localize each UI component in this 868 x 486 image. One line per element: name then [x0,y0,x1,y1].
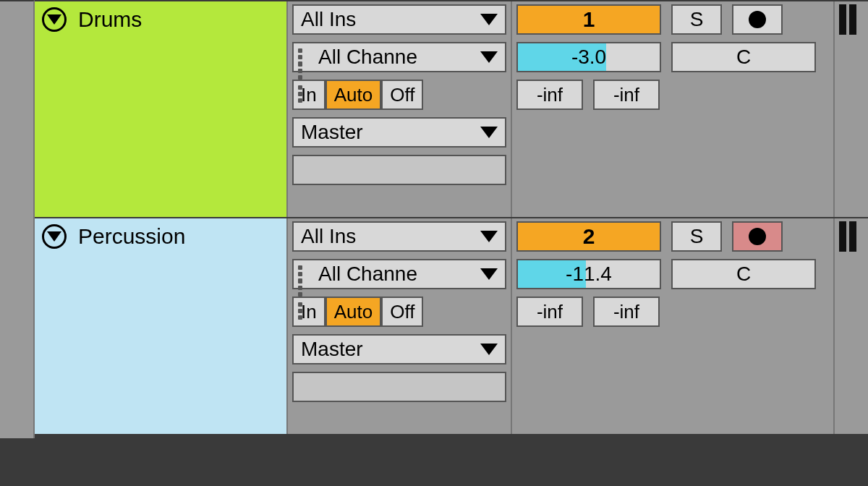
volume-field[interactable]: -11.4 [516,259,661,289]
track-activator-button[interactable]: 2 [516,221,661,252]
level-meter [833,218,868,434]
record-arm-button[interactable] [732,221,783,252]
track-name[interactable]: Percussion [78,224,185,249]
chevron-down-icon [480,51,498,63]
pan-field[interactable]: C [671,42,816,72]
output-label: Master [294,121,480,144]
tracks-container: Drums All Ins All Channe [35,0,868,434]
monitor-in-button[interactable]: In [292,80,326,110]
routing-column: All Ins All Channe In Auto Off [288,1,512,217]
fold-toggle-icon[interactable] [42,224,67,249]
meter-bar-r [849,221,856,252]
solo-button[interactable]: S [671,4,722,35]
track-header[interactable]: Drums [35,1,288,217]
chevron-down-icon [480,127,498,138]
input-type-dropdown[interactable]: All Ins [292,221,506,252]
send-b-field[interactable]: -inf [593,297,660,327]
volume-value: -11.4 [566,263,612,286]
send-a-field[interactable]: -inf [516,80,583,110]
output-label: Master [294,338,480,361]
send-a-field[interactable]: -inf [516,297,583,327]
level-meter [833,1,868,217]
fold-toggle-icon[interactable] [42,7,67,32]
mixer-column: 2 S -11.4 C -inf -inf [512,218,833,434]
track-list-panel: Drums All Ins All Channe [0,0,868,486]
grip-icon [298,265,311,283]
chevron-down-icon [480,268,498,280]
routing-column: All Ins All Channe In Auto Off [288,218,512,434]
input-channel-dropdown[interactable]: All Channe [292,259,506,289]
chevron-down-icon [480,14,498,25]
input-type-label: All Ins [294,8,480,31]
track-name[interactable]: Drums [78,7,142,32]
record-arm-button[interactable] [732,4,783,35]
mixer-column: 1 S -3.0 C -inf -inf [512,1,833,217]
bottom-gap [0,438,868,486]
send-b-field[interactable]: -inf [593,80,660,110]
monitor-auto-button[interactable]: Auto [326,80,382,110]
output-channel-field[interactable] [292,372,506,402]
monitor-auto-button[interactable]: Auto [326,297,382,327]
output-channel-field[interactable] [292,155,506,185]
grip-icon [298,48,311,66]
left-gutter [0,0,35,486]
meter-bar-l [839,221,846,252]
track-header[interactable]: Percussion [35,218,288,434]
input-type-dropdown[interactable]: All Ins [292,4,506,35]
chevron-down-icon [480,344,498,355]
solo-button[interactable]: S [671,221,722,252]
input-type-label: All Ins [294,225,480,248]
monitor-toggle-group: In Auto Off [292,297,506,327]
meter-bar-l [839,4,846,35]
input-channel-label: All Channe [311,263,480,286]
chevron-down-icon [480,231,498,242]
track-row: Percussion All Ins All Channe [35,217,868,434]
record-icon [749,228,766,245]
volume-value: -3.0 [571,46,606,69]
monitor-off-button[interactable]: Off [381,80,423,110]
monitor-in-button[interactable]: In [292,297,326,327]
meter-bar-r [849,4,856,35]
pan-field[interactable]: C [671,259,816,289]
output-dropdown[interactable]: Master [292,117,506,148]
monitor-off-button[interactable]: Off [381,297,423,327]
input-channel-label: All Channe [311,46,480,69]
track-row: Drums All Ins All Channe [35,0,868,217]
monitor-toggle-group: In Auto Off [292,80,506,110]
input-channel-dropdown[interactable]: All Channe [292,42,506,72]
output-dropdown[interactable]: Master [292,334,506,364]
track-activator-button[interactable]: 1 [516,4,661,35]
volume-field[interactable]: -3.0 [516,42,661,72]
record-icon [749,11,766,28]
